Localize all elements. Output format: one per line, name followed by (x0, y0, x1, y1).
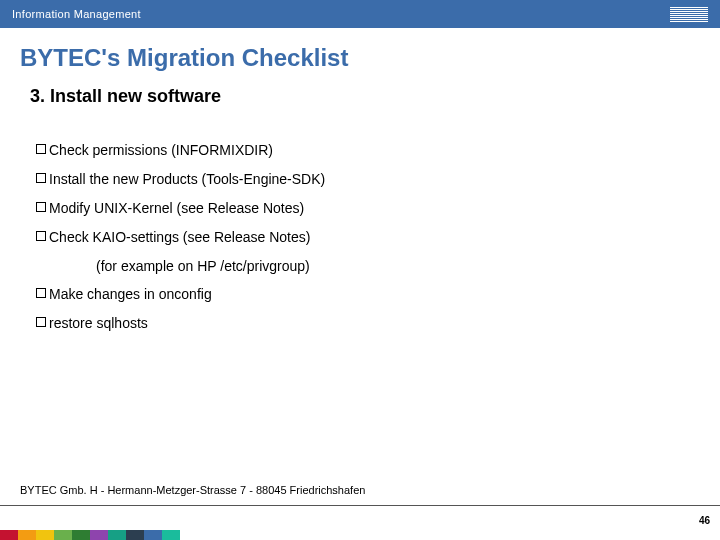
checkbox-icon (36, 173, 46, 183)
checkbox-icon (36, 317, 46, 327)
color-swatch (90, 530, 108, 540)
color-swatch (72, 530, 90, 540)
checkbox-icon (36, 144, 46, 154)
color-swatch (162, 530, 180, 540)
footer-divider (0, 505, 720, 506)
header-bar: Information Management (0, 0, 720, 28)
color-swatch (18, 530, 36, 540)
color-swatch (36, 530, 54, 540)
checkbox-icon (36, 231, 46, 241)
checklist-item: Check KAIO-settings (see Release Notes) (36, 228, 720, 247)
footer-text: BYTEC Gmb. H - Hermann-Metzger-Strasse 7… (20, 484, 365, 496)
color-swatch (144, 530, 162, 540)
checklist-item: Install the new Products (Tools-Engine-S… (36, 170, 720, 189)
checklist-item: restore sqlhosts (36, 314, 720, 333)
checklist-item-label: Modify UNIX-Kernel (see Release Notes) (49, 199, 304, 218)
page-number: 46 (699, 515, 710, 526)
checklist-item-label: Make changes in onconfig (49, 285, 212, 304)
checklist-subitem: (for example on HP /etc/privgroup) (96, 257, 720, 276)
ibm-logo (670, 7, 708, 22)
checklist-item: Check permissions (INFORMIXDIR) (36, 141, 720, 160)
checklist: Check permissions (INFORMIXDIR) Install … (36, 141, 720, 333)
checkbox-icon (36, 202, 46, 212)
checklist-item-label: Check KAIO-settings (see Release Notes) (49, 228, 310, 247)
slide-title: BYTEC's Migration Checklist (20, 44, 720, 72)
checklist-item: Modify UNIX-Kernel (see Release Notes) (36, 199, 720, 218)
checklist-item-label: restore sqlhosts (49, 314, 148, 333)
checkbox-icon (36, 288, 46, 298)
checklist-item-label: Install the new Products (Tools-Engine-S… (49, 170, 325, 189)
checklist-item: Make changes in onconfig (36, 285, 720, 304)
color-strip (0, 530, 180, 540)
checklist-item-label: Check permissions (INFORMIXDIR) (49, 141, 273, 160)
color-swatch (0, 530, 18, 540)
color-swatch (54, 530, 72, 540)
color-swatch (108, 530, 126, 540)
section-heading: 3. Install new software (30, 86, 720, 107)
header-section-label: Information Management (12, 8, 141, 20)
color-swatch (126, 530, 144, 540)
